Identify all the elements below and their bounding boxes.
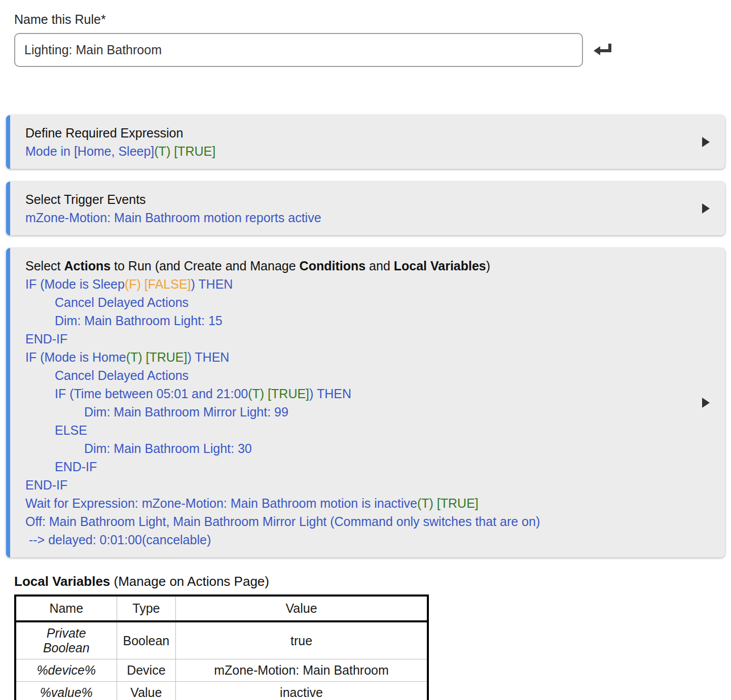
title-segment: Actions [64, 259, 111, 273]
code-segment: Dim: Main Bathroom Mirror Light: 99 [84, 405, 288, 419]
trigger-events-panel[interactable]: Select Trigger Events mZone-Motion: Main… [6, 182, 725, 235]
title-segment: Select [25, 259, 64, 273]
variable-value-cell: inactive [176, 682, 428, 700]
rule-action-line: Off: Main Bathroom Light, Main Bathroom … [25, 512, 689, 531]
table-header-name: Name [15, 596, 117, 621]
local-variables-table: NameTypeValue Private BooleanBooleantrue… [14, 594, 429, 700]
code-segment: (F) [FALSE] [125, 277, 191, 291]
rule-action-line: END-IF [25, 458, 689, 476]
table-header-value: Value [176, 596, 428, 621]
variable-name-cell: Private Boolean [15, 621, 117, 659]
table-row: %value%Valueinactive [15, 682, 428, 700]
rule-action-line: END-IF [25, 330, 689, 348]
required-expression-value: Mode in [Home, Sleep](T) [TRUE] [25, 142, 689, 160]
rule-actions-code: IF (Mode is Sleep(F) [FALSE]) THENCancel… [25, 275, 689, 549]
trigger-events-title: Select Trigger Events [25, 190, 689, 208]
table-row: %device%DevicemZone-Motion: Main Bathroo… [15, 659, 428, 682]
code-segment: ) THEN [188, 350, 230, 364]
code-segment: ) THEN [309, 387, 351, 401]
required-expression-title: Define Required Expression [25, 124, 689, 142]
variable-type-cell: Value [117, 682, 176, 700]
rule-action-line: Dim: Main Bathroom Light: 15 [25, 311, 689, 330]
code-segment: Off: Main Bathroom Light, Main Bathroom … [25, 514, 540, 529]
code-segment: ) THEN [191, 277, 233, 291]
rule-action-line: Wait for Expression: mZone-Motion: Main … [25, 494, 689, 512]
code-segment: Dim: Main Bathroom Light: 30 [84, 441, 252, 456]
code-segment: END-IF [25, 478, 67, 492]
code-segment: Wait for Expression: mZone-Motion: Main … [25, 496, 417, 510]
rule-name-input[interactable] [14, 33, 583, 67]
code-segment: (T) [TRUE] [126, 350, 188, 364]
table-row: Private BooleanBooleantrue [15, 621, 428, 659]
rule-action-line: Dim: Main Bathroom Light: 30 [25, 439, 689, 458]
actions-panel[interactable]: Select Actions to Run (and Create and Ma… [6, 248, 725, 557]
code-segment: IF (Mode is Home [25, 350, 126, 364]
expand-arrow-icon[interactable] [702, 137, 710, 147]
rule-name-row [14, 33, 731, 67]
rule-action-line: Cancel Delayed Actions [25, 293, 689, 311]
expand-arrow-icon[interactable] [702, 203, 710, 214]
rule-machine-page: Name this Rule* Define Required Expressi… [0, 0, 731, 700]
title-segment: ) [486, 259, 490, 273]
local-variables-heading: Local Variables (Manage on Actions Page) [14, 574, 731, 589]
code-segment: END-IF [25, 332, 67, 346]
variable-name-cell: %device% [15, 659, 117, 682]
code-segment: END-IF [55, 460, 97, 474]
title-segment: Conditions [300, 259, 366, 273]
variable-type-cell: Boolean [117, 621, 176, 659]
actions-panel-title: Select Actions to Run (and Create and Ma… [25, 257, 689, 275]
required-expression-panel[interactable]: Define Required Expression Mode in [Home… [6, 115, 725, 169]
title-segment: Local Variables [394, 259, 486, 273]
code-segment: Mode in [Home, Sleep] [25, 144, 154, 158]
code-segment: IF (Time between 05:01 and 21:00 [55, 387, 248, 401]
title-segment: to Run (and Create and Manage [111, 259, 299, 273]
code-segment: Cancel Delayed Actions [55, 295, 189, 309]
trigger-events-value: mZone-Motion: Main Bathroom motion repor… [25, 208, 689, 227]
variable-value-cell: true [176, 621, 428, 659]
code-segment: ELSE [55, 423, 87, 437]
local-variables-title: Local Variables [14, 574, 110, 589]
rule-action-line: IF (Time between 05:01 and 21:00(T) [TRU… [25, 384, 689, 403]
rule-name-label: Name this Rule* [14, 12, 731, 27]
code-segment: (T) [TRUE] [417, 496, 479, 510]
variable-value-cell: mZone-Motion: Main Bathroom [176, 659, 428, 682]
code-segment: IF (Mode is Sleep [25, 277, 125, 291]
code-segment: Cancel Delayed Actions [55, 368, 189, 382]
rule-action-line: IF (Mode is Home(T) [TRUE]) THEN [25, 348, 689, 366]
expand-arrow-icon[interactable] [702, 398, 710, 408]
code-segment: (T) [TRUE] [248, 387, 309, 401]
table-header-type: Type [117, 596, 176, 621]
code-segment: --> delayed: 0:01:00(cancelable) [25, 533, 211, 547]
variable-name-cell: %value% [15, 682, 117, 700]
code-segment: (T) [TRUE] [154, 144, 215, 158]
rule-action-line: Cancel Delayed Actions [25, 366, 689, 384]
rule-action-line: ELSE [25, 421, 689, 439]
rule-action-line: END-IF [25, 476, 689, 494]
rule-action-line: --> delayed: 0:01:00(cancelable) [25, 531, 689, 549]
code-segment: Dim: Main Bathroom Light: 15 [55, 313, 223, 328]
rule-action-line: IF (Mode is Sleep(F) [FALSE]) THEN [25, 275, 689, 293]
title-segment: and [366, 259, 394, 273]
code-segment: mZone-Motion: Main Bathroom motion repor… [25, 211, 321, 225]
return-arrow-icon[interactable] [593, 42, 612, 58]
variable-type-cell: Device [117, 659, 176, 682]
local-variables-subtitle: (Manage on Actions Page) [110, 574, 269, 589]
rule-action-line: Dim: Main Bathroom Mirror Light: 99 [25, 403, 689, 421]
